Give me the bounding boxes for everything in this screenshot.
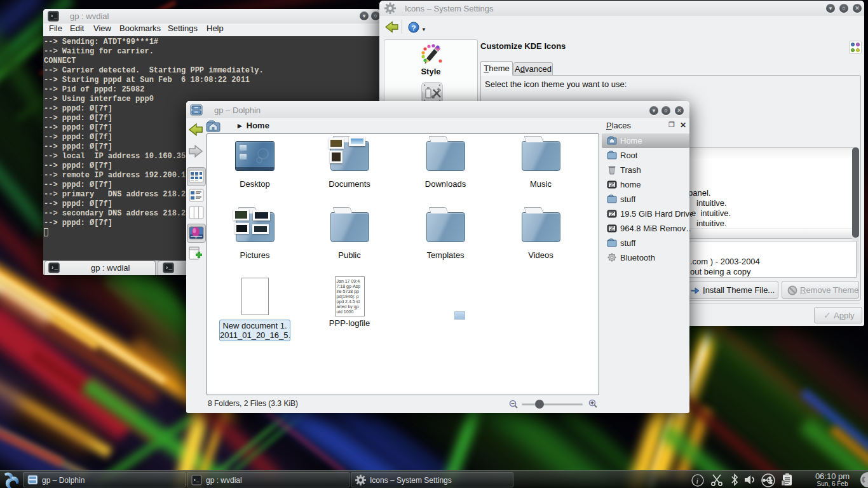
svg-text:i: i — [696, 476, 699, 485]
svg-text:›_: ›_ — [51, 265, 58, 271]
svg-text:›_: ›_ — [165, 265, 172, 271]
svg-text:›_: ›_ — [50, 13, 57, 20]
svg-text:›_: ›_ — [193, 477, 200, 483]
svg-text:?: ? — [411, 24, 416, 32]
